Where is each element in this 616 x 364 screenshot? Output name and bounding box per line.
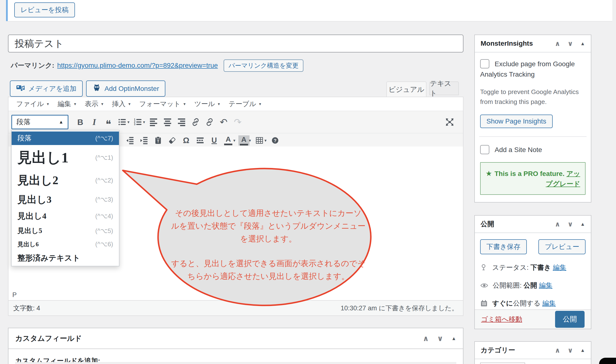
move-to-trash-link[interactable]: ゴミ箱へ移動 <box>481 315 522 324</box>
chevron-down-icon: ▾ <box>183 102 186 107</box>
tab-text[interactable]: テキスト <box>429 81 459 95</box>
italic-button[interactable]: I <box>87 115 101 130</box>
permalink-url-link[interactable]: https://gyomu.plimo-demo.com/?p=892&prev… <box>57 62 218 69</box>
submit-review-button[interactable]: レビューを投稿 <box>14 2 75 17</box>
menu-item[interactable]: ツール ▾ <box>190 97 224 111</box>
paste-as-text-button[interactable]: T <box>151 134 165 147</box>
format-dropdown-item[interactable]: 見出し5 (^⌥5) <box>12 224 119 238</box>
special-character-button[interactable]: Ω <box>179 134 193 147</box>
fullscreen-button[interactable] <box>443 115 457 130</box>
menu-item[interactable]: 表示 ▾ <box>80 97 108 111</box>
menu-item[interactable]: テーブル ▾ <box>224 97 266 111</box>
format-option-label: 見出し5 <box>17 226 42 236</box>
indent-button[interactable] <box>137 134 151 147</box>
caret-up-icon: ▲ <box>59 119 63 125</box>
format-dropdown-item[interactable]: 見出し1 (^⌥1) <box>12 145 119 170</box>
format-dropdown-item[interactable]: 見出し3 (^⌥3) <box>12 190 119 208</box>
move-down-icon[interactable]: ∨ <box>437 334 443 343</box>
undo-button[interactable]: ↶ <box>217 115 231 130</box>
publish-footer: ゴミ箱へ移動 公開 <box>475 309 591 329</box>
help-icon: ? <box>271 136 279 144</box>
categories-header[interactable]: カテゴリー ∧ ∨ ▲ <box>475 342 591 359</box>
remove-link-button[interactable] <box>203 115 217 130</box>
background-color-icon: A <box>238 135 249 145</box>
exclude-tracking-help: Toggle to prevent Google Analytics from … <box>480 87 586 107</box>
show-page-insights-button[interactable]: Show Page Insights <box>480 115 553 128</box>
save-draft-button[interactable]: 下書き保存 <box>480 239 527 254</box>
move-up-icon[interactable]: ∧ <box>555 220 560 228</box>
element-path-indicator: P <box>12 291 17 299</box>
review-notice: レビューを投稿 <box>6 0 612 21</box>
insert-link-button[interactable] <box>189 115 203 130</box>
bullet-list-caret[interactable]: ▾ <box>127 120 130 125</box>
custom-fields-header[interactable]: カスタムフィールド ∧ ∨ ▲ <box>8 328 463 349</box>
align-right-button[interactable] <box>175 115 189 130</box>
editor-statusbar: 文字数: 4 10:30:27 am に下書きを保存しました。 <box>8 300 463 315</box>
toggle-panel-icon[interactable]: ▲ <box>451 336 456 341</box>
edit-schedule-link[interactable]: 編集 <box>542 299 556 307</box>
move-up-icon[interactable]: ∧ <box>423 334 429 343</box>
move-up-icon[interactable]: ∧ <box>555 40 560 48</box>
post-title-input[interactable] <box>8 35 463 52</box>
preview-button[interactable]: プレビュー <box>538 239 586 254</box>
paste-text-icon: T <box>154 136 162 144</box>
move-down-icon[interactable]: ∨ <box>567 40 573 48</box>
media-button-row: メディアを追加 Add OptinMonster <box>10 80 165 97</box>
site-note-row: Add a Site Note <box>480 146 542 154</box>
format-option-shortcut: (^⌥7) <box>95 135 113 142</box>
publish-button[interactable]: 公開 <box>555 311 585 328</box>
tab-visual[interactable]: ビジュアル <box>386 81 426 97</box>
format-dropdown-item[interactable]: 見出し2 (^⌥2) <box>12 170 119 190</box>
menu-item[interactable]: 挿入 ▾ <box>108 97 135 111</box>
redo-button[interactable]: ↷ <box>231 115 245 130</box>
table-icon <box>255 136 263 144</box>
bold-button[interactable]: B <box>73 115 87 130</box>
edit-visibility-link[interactable]: 編集 <box>539 282 552 289</box>
menu-item[interactable]: ファイル ▾ <box>12 97 53 111</box>
clear-formatting-button[interactable] <box>165 134 179 147</box>
divider <box>479 136 587 137</box>
add-media-button[interactable]: メディアを追加 <box>10 80 83 97</box>
pin-status-icon <box>480 264 488 272</box>
format-select[interactable]: 段落 ▲ <box>11 115 68 129</box>
align-left-button[interactable] <box>146 115 160 130</box>
move-down-icon[interactable]: ∨ <box>567 220 573 228</box>
publish-header[interactable]: 公開 ∧ ∨ ▲ <box>475 216 591 233</box>
change-permalink-button[interactable]: パーマリンク構造を変更 <box>224 59 303 72</box>
align-left-icon <box>149 118 158 126</box>
format-dropdown-item[interactable]: 整形済みテキスト <box>12 250 119 266</box>
add-site-note-checkbox[interactable] <box>480 145 489 154</box>
edit-status-link[interactable]: 編集 <box>553 264 566 271</box>
numbered-list-caret[interactable]: ▾ <box>143 120 145 125</box>
word-count: 文字数: 4 <box>13 304 40 312</box>
background-color-caret[interactable]: ▾ <box>249 138 251 143</box>
read-more-button[interactable] <box>193 134 207 147</box>
format-dropdown-item[interactable]: 見出し6 (^⌥6) <box>12 238 119 250</box>
menu-item-label: テーブル <box>229 99 256 108</box>
add-optinmonster-label: Add OptinMonster <box>105 85 159 92</box>
format-option-label: 見出し1 <box>17 148 68 168</box>
help-button[interactable]: ? <box>268 134 282 147</box>
move-down-icon[interactable]: ∨ <box>567 346 573 354</box>
text-color-caret[interactable]: ▾ <box>233 138 236 143</box>
menu-item[interactable]: 編集 ▾ <box>53 97 80 111</box>
toggle-panel-icon[interactable]: ▲ <box>580 348 585 353</box>
move-up-icon[interactable]: ∧ <box>555 346 560 354</box>
permalink-row: パーマリンク: https://gyomu.plimo-demo.com/?p=… <box>11 59 303 72</box>
underline-button[interactable]: U <box>207 134 221 147</box>
format-dropdown-item[interactable]: 段落 (^⌥7) <box>12 131 119 145</box>
toggle-panel-icon[interactable]: ▲ <box>580 221 585 227</box>
categories-tab-stub[interactable] <box>480 363 525 364</box>
outdent-button[interactable] <box>123 134 137 147</box>
table-caret[interactable]: ▾ <box>264 138 267 143</box>
blockquote-button[interactable]: ❝ <box>101 115 115 130</box>
exclude-tracking-checkbox[interactable] <box>480 59 489 68</box>
chevron-down-icon: ▾ <box>101 102 104 107</box>
toggle-panel-icon[interactable]: ▲ <box>580 41 585 46</box>
format-option-label: 見出し3 <box>17 193 52 206</box>
format-dropdown-item[interactable]: 見出し4 (^⌥4) <box>12 208 119 224</box>
add-optinmonster-button[interactable]: Add OptinMonster <box>86 80 165 97</box>
menu-item[interactable]: フォーマット ▾ <box>135 97 190 111</box>
align-center-button[interactable] <box>160 115 175 130</box>
monsterinsights-header[interactable]: MonsterInsights ∧ ∨ ▲ <box>475 35 591 52</box>
